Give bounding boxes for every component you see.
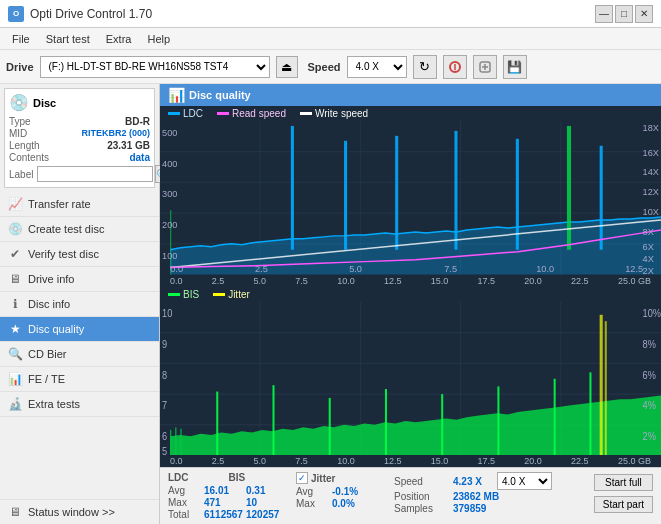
start-buttons: Start full Start part	[594, 472, 653, 513]
start-full-button[interactable]: Start full	[594, 474, 653, 491]
max-label: Max	[168, 497, 200, 508]
chart-title: Disc quality	[189, 89, 251, 101]
svg-rect-62	[170, 429, 171, 455]
svg-rect-23	[600, 146, 603, 250]
nav-items: 📈 Transfer rate 💿 Create test disc ✔ Ver…	[0, 192, 159, 417]
avg-bis: 0.31	[246, 485, 265, 496]
sidebar-item-fe-te[interactable]: 📊 FE / TE	[0, 367, 159, 392]
drive-info-label: Drive info	[28, 273, 74, 285]
sidebar-item-drive-info[interactable]: 🖥 Drive info	[0, 267, 159, 292]
sidebar-item-status-window[interactable]: 🖥 Status window >>	[0, 499, 159, 524]
lower-xaxis-2-5: 2.5	[212, 456, 225, 466]
lower-xaxis-15: 15.0	[431, 456, 449, 466]
type-label: Type	[9, 116, 31, 127]
svg-text:18X: 18X	[643, 123, 659, 133]
svg-text:5.0: 5.0	[349, 264, 362, 274]
extra-tests-label: Extra tests	[28, 398, 80, 410]
svg-text:10%: 10%	[643, 307, 661, 319]
menu-start-test[interactable]: Start test	[38, 31, 98, 47]
restore-button[interactable]: □	[615, 5, 633, 23]
svg-text:0.0: 0.0	[170, 264, 183, 274]
svg-text:6: 6	[162, 430, 167, 442]
jitter-stats: ✓ Jitter Avg -0.1% Max 0.0%	[296, 472, 386, 509]
jitter-avg-val: -0.1%	[332, 486, 358, 497]
sidebar-item-verify-test-disc[interactable]: ✔ Verify test disc	[0, 242, 159, 267]
title-bar: O Opti Drive Control 1.70 — □ ✕	[0, 0, 661, 28]
refresh-button[interactable]: ↻	[413, 55, 437, 79]
upper-chart-svg: 500 400 300 200 100 18X 16X 14X 12X 10X …	[160, 121, 661, 275]
unknown-btn1[interactable]	[443, 55, 467, 79]
lower-xaxis-10: 10.0	[337, 456, 355, 466]
svg-text:6%: 6%	[643, 368, 656, 380]
ldc-legend-color	[168, 112, 180, 115]
svg-rect-19	[395, 136, 398, 250]
chart-header: 📊 Disc quality	[160, 84, 661, 106]
svg-rect-55	[272, 385, 274, 455]
label-input[interactable]	[37, 166, 153, 182]
verify-test-disc-label: Verify test disc	[28, 248, 99, 260]
window-controls: — □ ✕	[595, 5, 653, 23]
samples-value: 379859	[453, 503, 486, 514]
drive-info-icon: 🖥	[8, 272, 22, 286]
lower-xaxis-7-5: 7.5	[295, 456, 308, 466]
unknown-btn2[interactable]	[473, 55, 497, 79]
disc-quality-label: Disc quality	[28, 323, 84, 335]
disc-info-icon: ℹ	[8, 297, 22, 311]
lower-xaxis-22-5: 22.5	[571, 456, 589, 466]
drive-label: Drive	[6, 61, 34, 73]
disc-section-title: Disc	[33, 97, 56, 109]
content-area: 📊 Disc quality LDC Read speed Write spee…	[160, 84, 661, 524]
total-ldc: 6112567	[204, 509, 242, 520]
samples-row: Samples 379859	[394, 503, 552, 514]
label-label: Label	[9, 169, 33, 180]
svg-text:8X: 8X	[643, 227, 654, 237]
upper-chart-area: 500 400 300 200 100 18X 16X 14X 12X 10X …	[160, 121, 661, 275]
svg-text:8%: 8%	[643, 338, 656, 350]
ldc-legend-label: LDC	[183, 108, 203, 119]
svg-text:7.5: 7.5	[444, 264, 457, 274]
lower-xaxis-25: 25.0 GB	[618, 456, 651, 466]
mid-value: RITEKBR2 (000)	[81, 128, 150, 139]
svg-rect-22	[567, 126, 571, 250]
eject-button[interactable]: ⏏	[276, 56, 298, 78]
svg-rect-20	[454, 131, 457, 250]
sidebar-item-extra-tests[interactable]: 🔬 Extra tests	[0, 392, 159, 417]
jitter-avg-label: Avg	[296, 486, 328, 497]
jitter-checkbox[interactable]: ✓	[296, 472, 308, 484]
ldc-bis-stats: LDC BIS Avg 16.01 0.31 Max 471 10 Total …	[168, 472, 288, 520]
svg-text:8: 8	[162, 368, 167, 380]
lower-xaxis-12-5: 12.5	[384, 456, 402, 466]
sidebar-item-transfer-rate[interactable]: 📈 Transfer rate	[0, 192, 159, 217]
drive-select[interactable]: (F:) HL-DT-ST BD-RE WH16NS58 TST4	[40, 56, 270, 78]
disc-info-panel: 💿 Disc Type BD-R MID RITEKBR2 (000) Leng…	[4, 88, 155, 188]
svg-text:2.5: 2.5	[255, 264, 268, 274]
lower-xaxis-0: 0.0	[170, 456, 183, 466]
xaxis-0: 0.0	[170, 276, 183, 286]
legend-read-speed: Read speed	[217, 108, 286, 119]
start-part-button[interactable]: Start part	[594, 496, 653, 513]
speed-stat-select[interactable]: 4.0 X	[497, 472, 552, 490]
svg-text:100: 100	[162, 251, 177, 261]
position-label: Position	[394, 491, 449, 502]
avg-ldc: 16.01	[204, 485, 242, 496]
fe-te-icon: 📊	[8, 372, 22, 386]
read-speed-legend-color	[217, 112, 229, 115]
contents-value: data	[129, 152, 150, 163]
sidebar-item-disc-quality[interactable]: ★ Disc quality	[0, 317, 159, 342]
fe-te-label: FE / TE	[28, 373, 65, 385]
sidebar-item-create-test-disc[interactable]: 💿 Create test disc	[0, 217, 159, 242]
close-button[interactable]: ✕	[635, 5, 653, 23]
sidebar-item-disc-info[interactable]: ℹ Disc info	[0, 292, 159, 317]
menu-file[interactable]: File	[4, 31, 38, 47]
save-button[interactable]: 💾	[503, 55, 527, 79]
lower-chart-legend: BIS Jitter	[160, 287, 661, 302]
minimize-button[interactable]: —	[595, 5, 613, 23]
menu-help[interactable]: Help	[139, 31, 178, 47]
jitter-header: Jitter	[311, 473, 335, 484]
jitter-header-row: ✓ Jitter	[296, 472, 386, 484]
svg-rect-18	[344, 141, 347, 250]
menu-extra[interactable]: Extra	[98, 31, 140, 47]
speed-select[interactable]: 4.0 X 2.0 X 8.0 X	[347, 56, 407, 78]
sidebar-item-cd-bier[interactable]: 🔍 CD Bier	[0, 342, 159, 367]
svg-rect-66	[605, 321, 607, 455]
